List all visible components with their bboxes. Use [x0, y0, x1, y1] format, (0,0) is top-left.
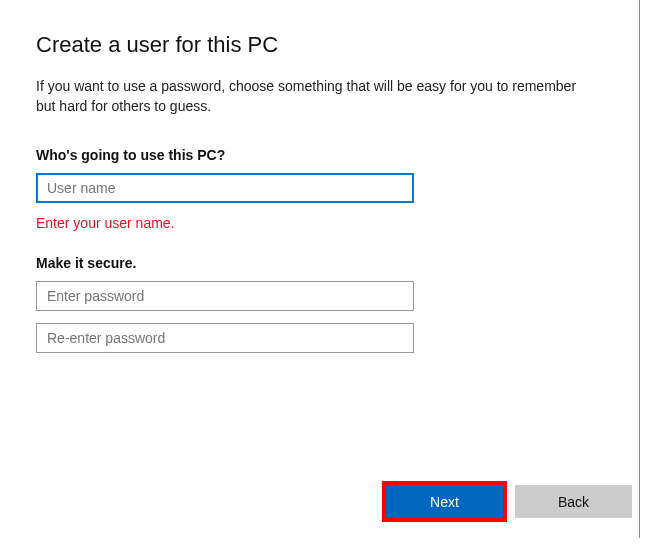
page-description: If you want to use a password, choose so… — [36, 76, 596, 117]
confirm-password-input[interactable] — [36, 323, 414, 353]
next-button-highlight: Next — [382, 481, 507, 522]
divider-line — [639, 0, 640, 538]
password-section-label: Make it secure. — [36, 255, 616, 271]
page-title: Create a user for this PC — [36, 32, 616, 58]
next-button[interactable]: Next — [386, 485, 503, 518]
username-input[interactable] — [36, 173, 414, 203]
back-button[interactable]: Back — [515, 485, 632, 518]
dialog-content: Create a user for this PC If you want to… — [0, 0, 652, 353]
username-label: Who's going to use this PC? — [36, 147, 616, 163]
password-input[interactable] — [36, 281, 414, 311]
button-row: Next Back — [382, 481, 632, 522]
username-error-text: Enter your user name. — [36, 215, 616, 231]
